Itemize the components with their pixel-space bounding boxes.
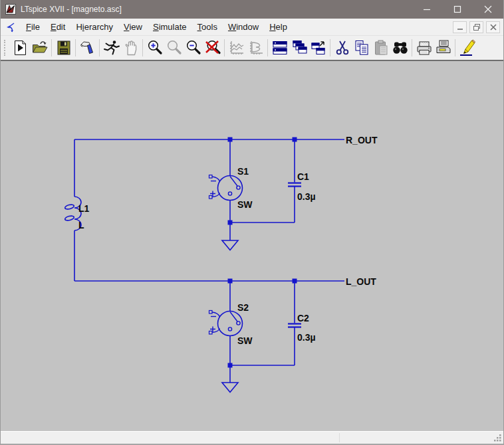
zoom-back-icon: [166, 39, 183, 56]
ground-symbol[interactable]: [222, 240, 238, 250]
component-value-label[interactable]: SW: [237, 335, 253, 346]
toolbar-separator: [455, 39, 455, 56]
status-bar: [1, 431, 503, 444]
toolbar-grip[interactable]: [4, 40, 7, 56]
schematic-system-icon[interactable]: [5, 21, 17, 33]
capacitor-symbol[interactable]: [288, 183, 301, 187]
maximize-button[interactable]: [442, 0, 473, 19]
minimize-button[interactable]: [412, 0, 442, 19]
switch-symbol[interactable]: [209, 311, 243, 336]
component-ref-label[interactable]: C2: [297, 313, 309, 323]
binoculars-icon: [392, 39, 409, 56]
menu-simulate[interactable]: Simulate: [148, 21, 192, 33]
mdi-minimize-button[interactable]: [453, 21, 467, 33]
cascade-windows-button[interactable]: [289, 38, 309, 58]
find-button[interactable]: [390, 38, 410, 58]
toolbar-separator: [267, 39, 268, 56]
menu-hierarchy[interactable]: Hierarchy: [70, 21, 118, 33]
title-bar: LTspice XVII - [magneto.asc]: [1, 0, 503, 19]
toolbar-separator: [224, 39, 225, 56]
print-button[interactable]: [414, 38, 434, 58]
hand-icon: [122, 39, 140, 56]
save-button[interactable]: [54, 38, 73, 58]
cascade-windows-icon: [291, 39, 308, 56]
paste-button: [371, 38, 390, 58]
eye-diagram-button: [246, 38, 265, 58]
component-value-label[interactable]: L: [78, 220, 84, 230]
component-ref-label[interactable]: L1: [78, 203, 90, 214]
toolbar-separator: [75, 39, 76, 56]
window-title: LTspice XVII - [magneto.asc]: [21, 5, 122, 14]
toolbar-separator: [51, 39, 52, 56]
zoom-full-extents-button[interactable]: [203, 38, 222, 58]
mdi-restore-button[interactable]: [469, 21, 483, 33]
print-setup-icon: [435, 39, 452, 56]
waveform-icon: [228, 39, 245, 56]
cut-button[interactable]: [332, 38, 352, 58]
switch-symbol[interactable]: [209, 175, 243, 201]
toolbar-separator: [99, 39, 100, 56]
mdi-close-button[interactable]: [486, 21, 500, 33]
edit-schematic-button[interactable]: [457, 38, 477, 58]
halt-button[interactable]: [102, 38, 121, 58]
net-label[interactable]: L_OUT: [346, 276, 376, 287]
zoom-in-icon: [146, 39, 164, 56]
print-icon: [416, 39, 433, 56]
menu-edit[interactable]: Edit: [45, 21, 70, 33]
tile-horizontal-icon: [271, 39, 289, 56]
running-man-icon: [103, 39, 120, 56]
toolbar-separator: [142, 39, 143, 56]
toolbar: [1, 36, 503, 60]
waveform-pane-button: [227, 38, 246, 58]
tile-horizontal-button[interactable]: [270, 38, 289, 58]
paste-icon: [372, 39, 390, 56]
zoom-in-button[interactable]: [145, 38, 164, 58]
menu-help[interactable]: Help: [264, 21, 293, 33]
component-ref-label[interactable]: S1: [237, 166, 249, 177]
component-ref-label[interactable]: C1: [297, 171, 309, 182]
zoom-back-button: [164, 38, 184, 58]
save-icon: [55, 39, 72, 56]
open-icon: [31, 39, 49, 56]
menu-view[interactable]: View: [118, 21, 148, 33]
resize-grip-icon[interactable]: [493, 433, 502, 442]
open-button[interactable]: [30, 38, 49, 58]
control-panel-button[interactable]: [78, 38, 97, 58]
copy-icon: [353, 39, 370, 56]
ltspice-logo-icon: [5, 4, 16, 15]
copy-button[interactable]: [352, 38, 371, 58]
print-setup-button[interactable]: [434, 38, 453, 58]
status-bar-divider: [339, 433, 340, 442]
zoom-full-extents-icon: [204, 39, 221, 56]
menu-file[interactable]: File: [21, 21, 45, 33]
schematic-canvas[interactable]: L1 L S1 SW C1 0.3µ R_OUT S2 SW C2 0.3µ L…: [1, 60, 503, 431]
toolbar-separator: [330, 39, 330, 56]
ltspice-window: LTspice XVII - [magneto.asc] File: [0, 0, 504, 445]
tile-windows-button[interactable]: [309, 38, 328, 58]
component-ref-label[interactable]: S2: [237, 302, 249, 313]
cut-icon: [334, 39, 351, 56]
component-value-label[interactable]: 0.3µ: [297, 191, 316, 202]
toolbar-separator: [412, 39, 412, 56]
pan-button: [121, 38, 140, 58]
component-value-label[interactable]: SW: [237, 199, 253, 210]
menu-bar: File Edit Hierarchy View Simulate Tools …: [1, 19, 503, 36]
menu-tools[interactable]: Tools: [192, 21, 223, 33]
tile-windows-icon: [310, 39, 327, 56]
zoom-out-button[interactable]: [184, 38, 203, 58]
run-icon: [12, 39, 29, 56]
capacitor-symbol[interactable]: [288, 324, 301, 327]
run-button[interactable]: [11, 38, 30, 58]
pencil-icon: [459, 39, 476, 56]
menu-window[interactable]: Window: [223, 21, 264, 33]
schematic-drawing[interactable]: L1 L S1 SW C1 0.3µ R_OUT S2 SW C2 0.3µ L…: [1, 61, 504, 431]
close-button[interactable]: [473, 0, 503, 19]
ground-symbol[interactable]: [222, 383, 238, 393]
hammer-icon: [79, 39, 96, 56]
component-value-label[interactable]: 0.3µ: [297, 332, 316, 343]
net-label[interactable]: R_OUT: [346, 135, 378, 145]
eye-diagram-icon: [247, 39, 265, 56]
zoom-out-icon: [185, 39, 202, 56]
